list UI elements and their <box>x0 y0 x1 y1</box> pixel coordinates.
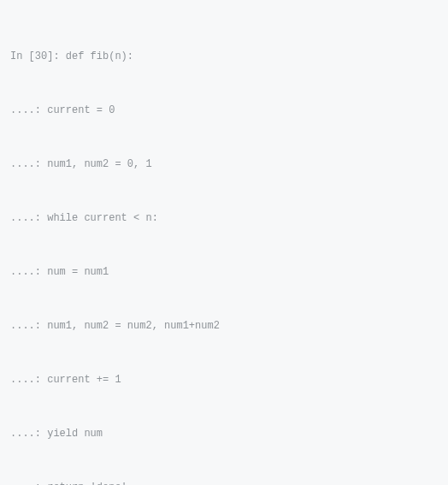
code-block: In [30]: def fib(n): ....: current = 0 .… <box>10 12 438 485</box>
code-line: ....: num = num1 <box>10 263 438 281</box>
code-line: ....: current = 0 <box>10 102 438 120</box>
code-line: ....: num1, num2 = num2, num1+num2 <box>10 317 438 335</box>
code-line: ....: while current < n: <box>10 210 438 228</box>
code-line: ....: return 'done' <box>10 479 438 485</box>
code-line: ....: yield num <box>10 425 438 443</box>
code-line: ....: num1, num2 = 0, 1 <box>10 156 438 174</box>
code-line: In [30]: def fib(n): <box>10 48 438 66</box>
code-line: ....: current += 1 <box>10 371 438 389</box>
